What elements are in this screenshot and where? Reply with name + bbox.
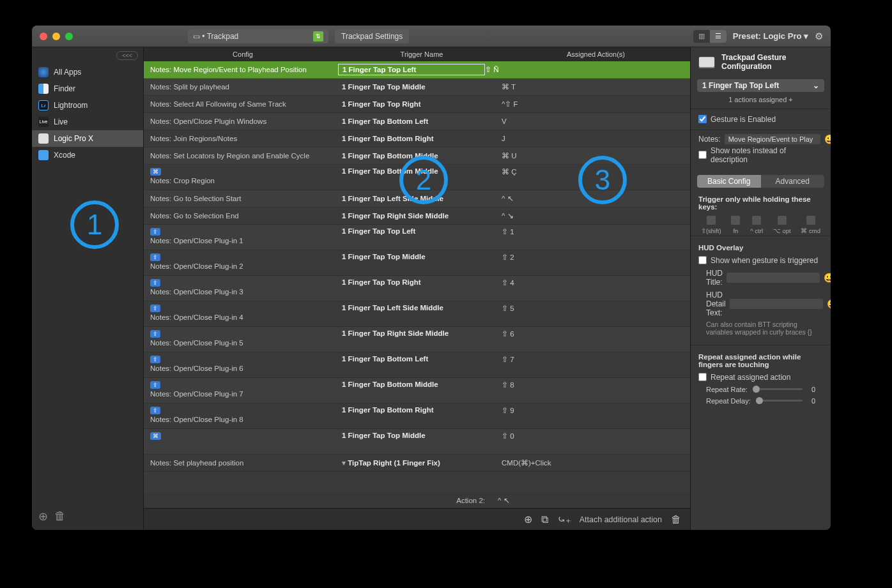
modifier-checkbox[interactable]: ^ ctrl [750,216,763,234]
trigger-modifier-label: Trigger only while holding these keys: [691,192,831,213]
action-subrow[interactable]: Action 2: ^ ↖ [144,493,690,508]
tab-advanced[interactable]: Advanced [761,175,825,188]
list-view-icon[interactable]: ☰ [710,30,727,43]
close-icon[interactable] [40,33,47,40]
device-label: • Trackpad [202,32,238,41]
attach-action-label[interactable]: Attach additional action [580,515,662,524]
repeat-rate-label: Repeat Rate: [706,386,748,393]
app-window: ▭ • Trackpad ⇅ Trackpad Settings ▥ ☰ Pre… [32,26,831,530]
gesture-select[interactable]: 1 Finger Tap Top Left ⌄ [697,79,824,92]
repeat-delay-label: Repeat Delay: [706,397,751,405]
trackpad-settings-button[interactable]: Trackpad Settings [335,29,409,43]
trigger-list: Config Trigger Name Assigned Action(s) N… [144,47,690,530]
table-row[interactable]: ⇧Notes: Open/Close Plug-in 41 Finger Tap… [144,301,690,327]
table-row[interactable]: Notes: Open/Close Plugin Windows1 Finger… [144,113,690,130]
modifier-checkbox[interactable]: ⌘ cmd [801,216,820,234]
hud-help-text: Can also contain BTT scripting variables… [698,319,823,341]
emoji-picker-icon[interactable]: 😀 [824,134,831,144]
center-footer: ⊕ ⧉ ⤿₊ Attach additional action 🗑 [144,508,690,530]
gesture-enabled-checkbox[interactable]: Gesture is Enabled [698,113,823,126]
back-button[interactable]: <<< [116,51,138,60]
delete-trigger-button[interactable]: 🗑 [671,514,681,525]
repeat-section-title: Repeat assigned action while fingers are… [698,349,823,371]
inspector-title: Trackpad Gesture Configuration [721,54,823,72]
tab-basic[interactable]: Basic Config [697,175,761,188]
emoji-picker-icon[interactable]: 😀 [824,273,831,283]
modifier-checkbox[interactable]: ⇧(shift) [701,216,721,234]
sidebar-item-xcode[interactable]: Xcode [32,147,143,163]
trackpad-icon [698,56,715,70]
table-row[interactable]: Notes: Select All Following of Same Trac… [144,96,690,113]
hud-title-label: HUD Title: [706,269,723,287]
svg-rect-0 [699,57,714,67]
table-row[interactable]: ⇧Notes: Open/Close Plug-in 61 Finger Tap… [144,352,690,378]
columns-view-icon[interactable]: ▥ [693,30,710,43]
table-row[interactable]: ⇧Notes: Open/Close Plug-in 71 Finger Tap… [144,378,690,403]
globe-icon [38,67,49,77]
modifier-checkbox[interactable]: fn [731,216,740,234]
table-row[interactable]: Notes: Go to Selection End1 Finger Tap R… [144,207,690,225]
table-row[interactable]: Notes: Join Regions/Notes1 Finger Tap Bo… [144,130,690,147]
live-icon: Live [38,117,49,127]
titlebar: ▭ • Trackpad ⇅ Trackpad Settings ▥ ☰ Pre… [32,26,831,47]
zoom-icon[interactable] [65,33,73,40]
table-row[interactable]: Notes: Set playhead position▾ TipTap Rig… [144,455,690,472]
repeat-rate-slider[interactable] [753,388,803,390]
hud-detail-label: HUD Detail Text: [706,290,726,317]
hud-section-title: HUD Overlay [698,240,823,254]
modifier-keys: ⇧(shift)fn^ ctrl⌥ opt⌘ cmd [691,213,831,236]
show-notes-checkbox[interactable]: Show notes instead of description [698,144,823,166]
logic-icon [38,133,49,144]
view-toggle[interactable]: ▥ ☰ [693,30,727,43]
actions-assigned-label[interactable]: 1 actions assigned + [691,94,831,109]
attach-action-icon[interactable]: ⤿₊ [557,513,571,525]
sidebar-item-finder[interactable]: Finder [32,80,143,97]
add-trigger-button[interactable]: ⊕ [524,513,532,525]
rows-container[interactable]: Notes: Move Region/Event to Playhead Pos… [144,61,690,493]
inspector: Trackpad Gesture Configuration 1 Finger … [690,47,831,530]
group-button[interactable]: ⧉ [541,514,548,525]
hud-detail-input[interactable] [730,299,823,309]
add-app-button[interactable]: ⊕ [38,509,48,524]
column-headers: Config Trigger Name Assigned Action(s) [144,47,690,61]
table-row[interactable]: Notes: Move Region/Event to Playhead Pos… [144,61,690,79]
traffic-lights [40,33,73,40]
table-row[interactable]: ⌘Notes: Crop Region1 Finger Tap Bottom M… [144,165,690,190]
table-row[interactable]: Notes: Go to Selection Start1 Finger Tap… [144,190,690,207]
svg-rect-1 [699,67,714,68]
delete-app-button[interactable]: 🗑 [54,509,66,524]
table-row[interactable]: Notes: Split by playhead1 Finger Tap Top… [144,79,690,96]
notes-label: Notes: [698,135,721,144]
minimize-icon[interactable] [52,33,60,40]
preset-select[interactable]: Preset: Logic Pro ▾ [733,31,808,41]
table-row[interactable]: ⇧Notes: Open/Close Plug-in 11 Finger Tap… [144,225,690,250]
sidebar: <<< All Apps Finder LrLightroom LiveLive… [32,47,144,530]
table-row[interactable]: ⇧Notes: Open/Close Plug-in 81 Finger Tap… [144,403,690,429]
repeat-delay-slider[interactable] [756,400,803,402]
xcode-icon [38,150,49,160]
chevron-down-icon: ⌄ [813,81,819,90]
table-row[interactable]: ⇧Notes: Open/Close Plug-in 31 Finger Tap… [144,276,690,301]
sidebar-item-all-apps[interactable]: All Apps [32,64,143,80]
table-row[interactable]: ⇧Notes: Open/Close Plug-in 21 Finger Tap… [144,250,690,276]
header-config[interactable]: Config [144,47,342,61]
device-select[interactable]: ▭ • Trackpad ⇅ [188,29,328,43]
config-tabs: Basic Config Advanced [697,175,824,188]
modifier-checkbox[interactable]: ⌥ opt [773,216,791,234]
hud-show-checkbox[interactable]: Show when gesture is triggered [698,254,823,267]
gear-icon[interactable]: ⚙ [815,31,823,42]
sidebar-item-logic-pro[interactable]: Logic Pro X [32,130,143,147]
table-row[interactable]: ⇧Notes: Open/Close Plug-in 51 Finger Tap… [144,327,690,352]
header-action[interactable]: Assigned Action(s) [502,47,690,61]
emoji-picker-icon[interactable]: 😀 [827,299,831,309]
header-trigger[interactable]: Trigger Name [342,47,502,61]
sidebar-item-lightroom[interactable]: LrLightroom [32,97,143,114]
hud-title-input[interactable] [727,273,820,283]
finder-icon [38,84,49,94]
table-row[interactable]: Notes: Set Locators by Region and Enable… [144,147,690,165]
notes-input[interactable] [725,134,820,144]
sidebar-item-live[interactable]: LiveLive [32,114,143,130]
table-row[interactable]: ⌘1 Finger Tap Top Middle⇧ 0 [144,429,690,455]
chevron-updown-icon: ⇅ [313,31,323,41]
repeat-action-checkbox[interactable]: Repeat assigned action [698,371,823,384]
